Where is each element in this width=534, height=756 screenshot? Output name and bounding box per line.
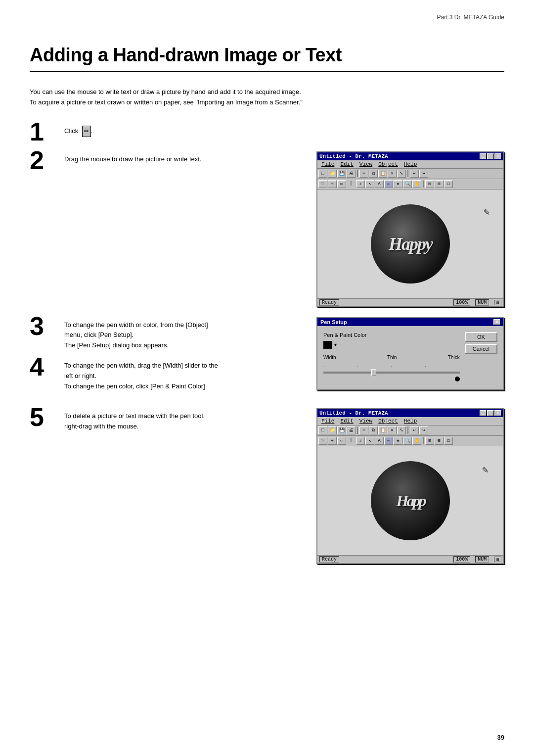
win-minimize-btn[interactable]: _ bbox=[480, 153, 487, 159]
menu-view-2[interactable]: View bbox=[356, 418, 375, 425]
intro-line-2: To acquire a picture or text drawn or wr… bbox=[30, 97, 504, 108]
tool-magic[interactable]: ❋ bbox=[394, 180, 402, 188]
tool-frame-2[interactable]: ◻ bbox=[444, 437, 453, 445]
pen-setup-ok-btn[interactable]: OK bbox=[465, 332, 497, 342]
menu-edit-2[interactable]: Edit bbox=[337, 418, 356, 425]
happy-text-2: Happ bbox=[397, 492, 425, 510]
step-3-4-right: Pen Setup × Pen & Paint Color ▼ Width bbox=[316, 317, 504, 399]
toolbar-save[interactable]: 💾 bbox=[337, 170, 346, 178]
toolbar-copy[interactable]: ⧉ bbox=[369, 170, 378, 178]
toolbar-redo-2[interactable]: ↪ bbox=[419, 426, 428, 434]
tool-grid-2[interactable]: ⊞ bbox=[435, 437, 444, 445]
step-5-line-2: right-drag with the mouse. bbox=[64, 422, 307, 432]
toolbar-paste-2[interactable]: 📋 bbox=[378, 426, 387, 434]
tool-cursor-2[interactable]: ↖ bbox=[365, 437, 374, 445]
pen-setup-cancel-btn[interactable]: Cancel bbox=[465, 344, 497, 354]
tool-text[interactable]: A bbox=[375, 180, 384, 188]
step-1-text: Click bbox=[64, 127, 78, 135]
menu-object-2[interactable]: Object bbox=[375, 418, 401, 425]
tool-grid[interactable]: ⊞ bbox=[435, 180, 444, 188]
step-5-left: 5 To delete a picture or text made with … bbox=[30, 408, 307, 564]
win-maximize-btn-2[interactable]: □ bbox=[487, 410, 494, 416]
toolbar-new[interactable]: □ bbox=[318, 170, 327, 178]
win-minimize-btn-2[interactable]: _ bbox=[480, 410, 487, 416]
width-slider-thumb[interactable] bbox=[371, 369, 376, 376]
tool-search[interactable]: 🔍 bbox=[403, 180, 412, 188]
toolbar-delete[interactable]: ✕ bbox=[388, 170, 397, 178]
win-close-btn[interactable]: ✕ bbox=[494, 153, 501, 159]
toolbar-open[interactable]: 📁 bbox=[328, 170, 337, 178]
win-titlebar-buttons-2: _ □ ✕ bbox=[480, 410, 501, 416]
color-dropdown-arrow[interactable]: ▼ bbox=[333, 342, 338, 347]
toolbar-cut-2[interactable]: ✂ bbox=[359, 426, 368, 434]
step-5: 5 To delete a picture or text made with … bbox=[30, 408, 307, 432]
toolbar-open-2[interactable]: 📁 bbox=[328, 426, 337, 434]
tool-pen-2[interactable]: ✏ bbox=[384, 437, 393, 445]
step-1: 1 Click ✏. bbox=[30, 123, 504, 144]
part-label: Part 3 Dr. METAZA Guide bbox=[437, 14, 505, 21]
tool-hand[interactable]: ✋ bbox=[412, 180, 421, 188]
tool-note[interactable]: ♪ bbox=[356, 180, 365, 188]
win-toolbar-2a: □ 📁 💾 🖨 ✂ ⧉ 📋 ✕ ⤡ ↩ ↪ bbox=[317, 425, 503, 436]
pen-setup-titlebar: Pen Setup × bbox=[317, 318, 503, 326]
tool-cursor[interactable]: ↖ bbox=[365, 180, 374, 188]
win-status-1: Ready 100% NUM ▨ bbox=[317, 298, 503, 306]
tool-move-2[interactable]: ✛ bbox=[328, 437, 337, 445]
toolbar-cut[interactable]: ✂ bbox=[359, 170, 368, 178]
toolbar-scan[interactable]: 🖨 bbox=[347, 170, 356, 178]
tool-view1-2[interactable]: ⊡ bbox=[425, 437, 434, 445]
menu-help-2[interactable]: Help bbox=[401, 418, 420, 425]
page-title-section: Adding a Hand-drawn Image or Text bbox=[30, 45, 504, 72]
toolbar-undo[interactable]: ↩ bbox=[410, 170, 419, 178]
tool-view1[interactable]: ⊡ bbox=[425, 180, 434, 188]
step-3-line-1: To change the pen width or color, from t… bbox=[64, 320, 307, 331]
tool-magic-2[interactable]: ❋ bbox=[394, 437, 402, 445]
tool-rect-2[interactable]: ▭ bbox=[337, 437, 346, 445]
tool-note-2[interactable]: ♪ bbox=[356, 437, 365, 445]
tool-heart[interactable]: ♡ bbox=[318, 180, 327, 188]
step-5-row: 5 To delete a picture or text made with … bbox=[30, 408, 504, 564]
pen-cursor-2: ✏ bbox=[478, 462, 493, 477]
toolbar-copy-2[interactable]: ⧉ bbox=[369, 426, 378, 434]
tool-pen[interactable]: ✏ bbox=[384, 180, 393, 188]
win-titlebar-1: Untitled - Dr. METAZA _ □ ✕ bbox=[317, 152, 503, 160]
width-section: Width Thin Thick · · · · · bbox=[323, 355, 460, 381]
toolbar-paste[interactable]: 📋 bbox=[378, 170, 387, 178]
width-label: Width bbox=[323, 355, 336, 360]
toolbar-undo-2[interactable]: ↩ bbox=[410, 426, 419, 434]
menu-file-2[interactable]: File bbox=[318, 418, 337, 425]
menu-object-1[interactable]: Object bbox=[375, 161, 401, 168]
toolbar-resize-2[interactable]: ⤡ bbox=[397, 426, 406, 434]
toolbar-delete-2[interactable]: ✕ bbox=[388, 426, 397, 434]
pen-setup-close[interactable]: × bbox=[493, 319, 500, 325]
tool-move[interactable]: ✛ bbox=[328, 180, 337, 188]
toolbar-resize[interactable]: ⤡ bbox=[397, 170, 406, 178]
menu-edit-1[interactable]: Edit bbox=[337, 161, 356, 168]
toolbar-redo[interactable]: ↪ bbox=[419, 170, 428, 178]
step-3-line-3: The [Pen Setup] dialog box appears. bbox=[64, 340, 307, 351]
tool-search-2[interactable]: 🔍 bbox=[403, 437, 412, 445]
pen-setup-left: Pen & Paint Color ▼ Width Thin Thick bbox=[323, 332, 460, 383]
tool-hand-2[interactable]: ✋ bbox=[412, 437, 421, 445]
win-close-btn-2[interactable]: ✕ bbox=[494, 410, 501, 416]
win-menubar-1: File Edit View Object Help bbox=[317, 160, 503, 169]
toolbar-sep2-2 bbox=[407, 427, 408, 434]
tick-3: · bbox=[391, 364, 392, 369]
intro-text: You can use the mouse to write text or d… bbox=[30, 87, 504, 108]
toolbar-scan-2[interactable]: 🖨 bbox=[347, 426, 356, 434]
color-swatch[interactable] bbox=[323, 341, 332, 349]
tool-heart-2[interactable]: ♡ bbox=[318, 437, 327, 445]
tool-frame[interactable]: ◻ bbox=[444, 180, 453, 188]
tool-rect[interactable]: ▭ bbox=[337, 180, 346, 188]
step-5-line-1: To delete a picture or text made with th… bbox=[64, 411, 307, 422]
menu-help-1[interactable]: Help bbox=[401, 161, 420, 168]
menu-view-1[interactable]: View bbox=[356, 161, 375, 168]
toolbar-save-2[interactable]: 💾 bbox=[337, 426, 346, 434]
toolbar-new-2[interactable]: □ bbox=[318, 426, 327, 434]
tool-text-2[interactable]: A bbox=[375, 437, 384, 445]
win-maximize-btn[interactable]: □ bbox=[487, 153, 494, 159]
dot-thick bbox=[455, 377, 460, 381]
tool-sep: | bbox=[347, 180, 356, 188]
menu-file-1[interactable]: File bbox=[318, 161, 337, 168]
step-number-1: 1 bbox=[30, 119, 64, 144]
